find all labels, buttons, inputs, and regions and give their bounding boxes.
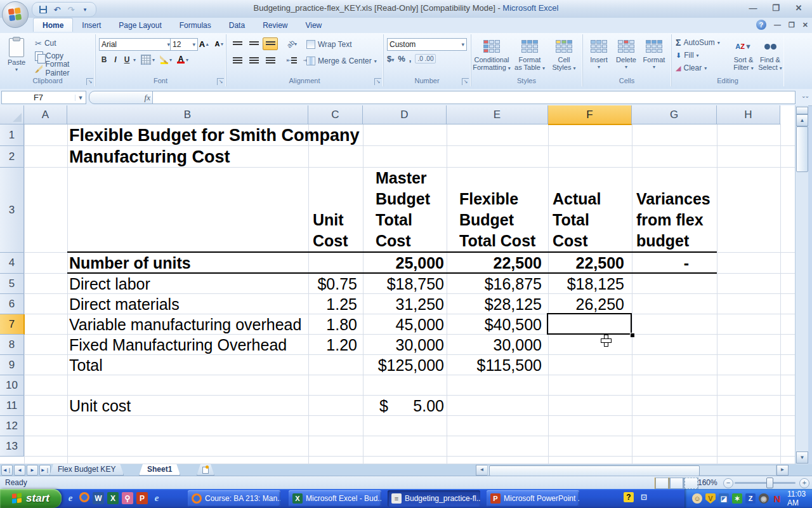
page-break-view-button[interactable] [684,478,698,489]
help-question-icon[interactable]: ? [624,492,634,502]
number-dialog-launcher[interactable]: ↘ [462,78,469,85]
cell-C3[interactable]: UnitCost [308,168,363,253]
fill-handle[interactable] [630,333,634,337]
autosum-button[interactable]: ΣAutoSum▾ [674,36,722,49]
updates-icon[interactable]: ✶ [732,493,742,504]
close-button[interactable]: ✕ [790,3,807,13]
underline-button[interactable]: U [122,55,132,64]
expand-formula-bar-icon[interactable]: ⌄⌄ [801,93,808,99]
fill-color-button[interactable] [160,55,168,64]
sheet-tab-flex-budget-key[interactable]: Flex Budget KEY [49,464,124,476]
align-top-button[interactable] [230,37,245,50]
cell-B2[interactable]: Manufacturing Cost [67,146,450,168]
align-right-button[interactable] [263,54,278,67]
cell-E4[interactable]: 22,500 [447,253,542,274]
ribbon-tab-page-layout[interactable]: Page Layout [110,18,170,32]
column-header-A[interactable]: A [24,105,67,124]
restore-button[interactable]: ❐ [768,3,784,13]
row-header-5[interactable]: 5 [0,274,24,294]
normal-view-button[interactable] [655,478,669,489]
workbook-close-button[interactable]: ✕ [802,21,808,29]
alignment-dialog-launcher[interactable]: ↘ [374,78,381,85]
cell-E5[interactable]: $16,875 [447,274,542,294]
cell-E6[interactable]: $28,125 [447,294,542,314]
messenger-icon[interactable]: ☺ [692,493,702,504]
paste-button[interactable]: Paste▾ [3,37,30,75]
scroll-left-button[interactable]: ◄ [476,465,488,476]
scroll-right-button[interactable]: ► [776,465,789,476]
formula-input[interactable] [152,91,796,104]
novell-icon[interactable]: N [772,493,782,504]
decimal-buttons[interactable]: .0 .00 [415,54,436,64]
cell-F3[interactable]: ActualTotalCost [548,168,632,253]
next-sheet-button[interactable]: ► [27,465,38,476]
last-sheet-button[interactable]: ►❘ [39,465,51,476]
cell-D4[interactable]: 25,000 [363,253,444,274]
cell-C8[interactable]: 1.20 [308,335,357,355]
cell-B1[interactable]: Flexible Budget for Smith Company [67,124,450,146]
ribbon-tab-formulas[interactable]: Formulas [171,18,220,32]
font-dialog-launcher[interactable]: ↘ [217,78,224,85]
volume-icon[interactable]: ◉ [759,493,769,504]
align-bottom-button[interactable] [263,37,278,50]
cell-D11[interactable]: $5.00 [363,396,444,416]
excel-icon[interactable]: X [107,492,119,504]
row-header-6[interactable]: 6 [0,294,24,314]
row-header-2[interactable]: 2 [0,146,24,168]
cell-F4[interactable]: 22,500 [548,253,624,274]
cell-G3[interactable]: Variancesfrom flexbudget [632,168,717,253]
cell-F6[interactable]: 26,250 [548,294,624,314]
zoom-in-button[interactable]: + [799,478,809,488]
cell-E9[interactable]: $115,500 [447,355,542,375]
font-color-button[interactable]: A [177,56,185,64]
cell-F5[interactable]: $18,125 [548,274,624,294]
ribbon-tab-review[interactable]: Review [254,18,296,32]
office-button[interactable] [2,1,29,28]
cell-D7[interactable]: 45,000 [363,314,444,335]
name-box-dropdown[interactable]: ▼ [75,95,86,101]
insert-worksheet-tab[interactable] [197,464,214,476]
zoom-slider-track[interactable] [735,482,796,484]
row-header-10[interactable]: 10 [0,375,24,396]
underline-dropdown[interactable]: ▾ [133,57,136,63]
fill-button[interactable]: ⬇Fill▾ [674,49,722,62]
help-icon[interactable]: ? [756,20,766,30]
number-format-select[interactable]: Custom▾ [387,38,467,51]
horizontal-scroll-track[interactable] [487,465,776,476]
cell-D3[interactable]: MasterBudgetTotalCost [363,168,447,253]
align-center-button[interactable] [246,54,261,67]
find-select-button[interactable]: Find &Select ▾ [757,37,783,72]
cell-styles-button[interactable]: CellStyles ▾ [548,37,580,72]
orientation-button[interactable]: ab▾ [284,37,299,50]
row-header-11[interactable]: 11 [0,396,24,416]
format-cells-button[interactable]: Format▾ [641,37,667,71]
align-left-button[interactable] [230,54,245,67]
internet-explorer-icon[interactable]: e [65,492,76,504]
zoom-level-label[interactable]: 160% [698,478,717,487]
borders-button[interactable] [141,55,151,65]
name-box[interactable]: F7 ▼ [1,91,86,104]
row-header-9[interactable]: 9 [0,355,24,375]
ribbon-tab-view[interactable]: View [296,18,331,32]
start-button[interactable]: start [0,489,62,508]
zone-icon[interactable]: Z [745,493,756,504]
ribbon-tab-insert[interactable]: Insert [73,18,110,32]
split-handle[interactable] [796,107,808,114]
align-middle-button[interactable] [246,37,261,50]
format-painter-button[interactable]: Format Painter [33,62,95,75]
font-size-select[interactable]: 12▾ [170,38,198,51]
active-cell-F7[interactable] [547,313,632,335]
wrap-text-button[interactable]: Wrap Text [304,38,354,51]
workbook-restore-button[interactable]: ❐ [789,21,795,29]
row-header-4[interactable]: 4 [0,253,24,274]
vertical-scroll-thumb[interactable] [796,126,808,172]
cell-E8[interactable]: 30,000 [447,335,542,355]
conditional-formatting-button[interactable]: ConditionalFormatting ▾ [472,37,511,72]
taskbar-button-2[interactable]: XMicrosoft Excel - Bud... [289,490,381,507]
worksheet-grid[interactable]: ABCDEFGH12345678910111213Flexible Budget… [0,105,795,464]
row-header-12[interactable]: 12 [0,416,24,436]
clipboard-dialog-launcher[interactable]: ↘ [86,78,93,85]
percent-style-button[interactable]: % [398,54,405,64]
row-header-3[interactable]: 3 [0,168,24,253]
powerpoint-icon[interactable]: P [136,492,148,504]
